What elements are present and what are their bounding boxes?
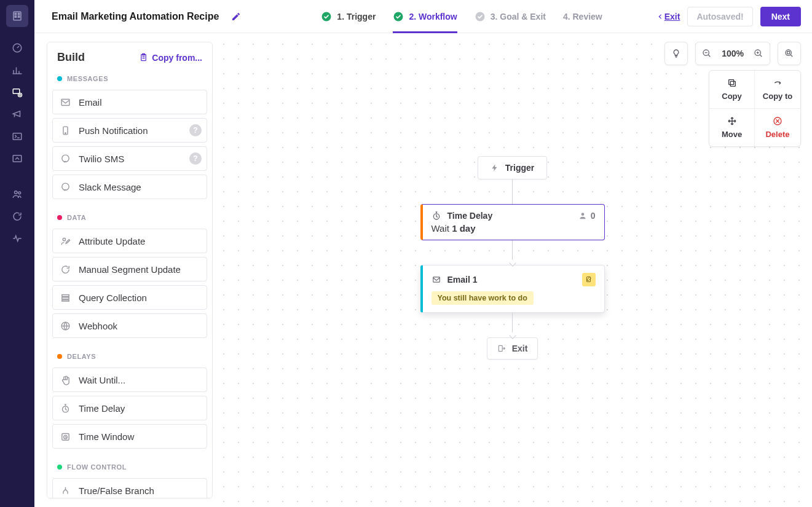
refresh-icon bbox=[60, 264, 71, 275]
nav-people[interactable] bbox=[5, 184, 30, 204]
section-header: DELAYS bbox=[52, 348, 207, 364]
top-bar: Email Marketing Automation Recipe 1. Tri… bbox=[34, 0, 812, 33]
workflow-canvas[interactable]: 100% Copy Copy to bbox=[213, 33, 812, 507]
email-node[interactable]: Email 1 You still have work to do bbox=[420, 265, 605, 313]
nav-sync[interactable] bbox=[5, 206, 30, 226]
block-wait-until-[interactable]: Wait Until... bbox=[52, 367, 207, 392]
step-trigger[interactable]: 1. Trigger bbox=[321, 1, 376, 33]
block-label: Twilio SMS bbox=[79, 154, 124, 164]
delete-node-button[interactable]: Delete bbox=[755, 109, 800, 146]
lightbulb-icon bbox=[671, 49, 681, 58]
stepper: 1. Trigger 2. Workflow 3. Goal & Exit 4.… bbox=[321, 1, 602, 33]
phone-icon bbox=[60, 125, 71, 136]
zoom-out-button[interactable] bbox=[696, 42, 718, 65]
block-true-false-branch[interactable]: True/False Branch bbox=[52, 478, 207, 498]
svg-point-22 bbox=[63, 238, 65, 240]
section-header: FLOW CONTROL bbox=[52, 458, 207, 474]
block-label: Attribute Update bbox=[79, 236, 145, 246]
zoom-in-icon bbox=[754, 49, 763, 58]
copy-from-button[interactable]: Copy from... bbox=[139, 53, 202, 63]
block-twilio-sms[interactable]: Twilio SMS? bbox=[52, 146, 207, 171]
svg-point-20 bbox=[61, 155, 68, 162]
svg-rect-38 bbox=[728, 80, 733, 85]
trigger-node[interactable]: Trigger bbox=[478, 156, 547, 179]
copy-node-button[interactable]: Copy bbox=[709, 71, 755, 109]
svg-rect-6 bbox=[13, 89, 20, 94]
help-icon[interactable]: ? bbox=[189, 124, 202, 136]
edit-title-button[interactable] bbox=[231, 12, 241, 22]
app-logo[interactable] bbox=[6, 5, 28, 27]
block-time-window[interactable]: Time Window bbox=[52, 424, 207, 449]
block-attribute-update[interactable]: Attribute Update bbox=[52, 229, 207, 253]
section-label: MESSAGES bbox=[67, 75, 108, 82]
clipboard-icon bbox=[139, 53, 148, 62]
move-icon bbox=[727, 116, 737, 126]
section-label: DELAYS bbox=[67, 353, 96, 360]
svg-rect-3 bbox=[15, 16, 16, 17]
nav-automation[interactable] bbox=[5, 82, 30, 102]
block-time-delay[interactable]: Time Delay bbox=[52, 396, 207, 420]
svg-rect-8 bbox=[13, 133, 22, 140]
svg-rect-37 bbox=[730, 81, 735, 86]
section-label: DATA bbox=[67, 214, 86, 221]
next-button[interactable]: Next bbox=[760, 7, 801, 26]
zoom-fit-icon bbox=[784, 49, 794, 58]
bolt-icon bbox=[491, 163, 499, 172]
nav-terminal[interactable] bbox=[5, 127, 30, 146]
nav-share[interactable] bbox=[5, 149, 30, 168]
help-icon[interactable]: ? bbox=[189, 152, 202, 165]
block-manual-segment-update[interactable]: Manual Segment Update bbox=[52, 257, 207, 281]
nav-campaigns[interactable] bbox=[5, 104, 30, 124]
step-goal-exit[interactable]: 3. Goal & Exit bbox=[475, 1, 546, 33]
recipe-title: Email Marketing Automation Recipe bbox=[52, 11, 219, 22]
check-circle-icon bbox=[321, 11, 332, 22]
person-icon bbox=[578, 211, 587, 220]
step-review[interactable]: 4. Review bbox=[563, 1, 602, 33]
time-delay-node[interactable]: Time Delay 0 Wait 1 day bbox=[420, 204, 605, 240]
zoom-in-button[interactable] bbox=[747, 42, 770, 65]
svg-point-41 bbox=[581, 213, 584, 216]
svg-rect-1 bbox=[15, 14, 16, 15]
copy-to-node-button[interactable]: Copy to bbox=[755, 71, 800, 109]
build-title: Build bbox=[57, 51, 85, 64]
circle-icon bbox=[475, 11, 486, 22]
svg-point-10 bbox=[15, 191, 18, 194]
block-email[interactable]: Email bbox=[52, 90, 207, 114]
svg-rect-36 bbox=[787, 52, 790, 54]
block-label: Webhook bbox=[79, 321, 117, 331]
svg-rect-9 bbox=[13, 155, 22, 162]
block-label: Time Window bbox=[79, 431, 134, 442]
svg-point-19 bbox=[65, 133, 65, 133]
chat-icon bbox=[60, 154, 71, 164]
block-webhook[interactable]: Webhook bbox=[52, 313, 207, 338]
move-node-button[interactable]: Move bbox=[709, 109, 755, 146]
nav-activity[interactable] bbox=[5, 229, 30, 248]
block-label: Time Delay bbox=[79, 403, 125, 414]
node-actions: Copy Copy to Move Delete bbox=[709, 70, 801, 147]
section-dot-icon bbox=[57, 354, 62, 359]
globe-icon bbox=[60, 321, 71, 331]
block-slack-message[interactable]: Slack Message bbox=[52, 175, 207, 199]
block-query-collection[interactable]: Query Collection bbox=[52, 285, 207, 310]
hint-button[interactable] bbox=[665, 42, 687, 65]
svg-point-21 bbox=[61, 183, 68, 190]
build-sidebar: Build Copy from... MESSAGESEmailPush Not… bbox=[34, 33, 213, 507]
draft-badge-icon bbox=[582, 273, 596, 286]
svg-rect-2 bbox=[18, 14, 20, 15]
svg-rect-4 bbox=[18, 16, 20, 17]
svg-point-35 bbox=[786, 50, 791, 55]
block-push-notification[interactable]: Push Notification? bbox=[52, 118, 207, 143]
exit-link[interactable]: Exit bbox=[657, 12, 680, 22]
nav-dashboard[interactable] bbox=[5, 38, 30, 58]
person-edit-icon bbox=[60, 236, 71, 246]
hand-icon bbox=[60, 375, 71, 385]
exit-node[interactable]: Exit bbox=[487, 337, 538, 360]
mail-icon bbox=[432, 275, 441, 284]
nav-analytics[interactable] bbox=[5, 60, 30, 80]
delay-description: Wait 1 day bbox=[432, 223, 596, 234]
step-workflow[interactable]: 2. Workflow bbox=[393, 1, 457, 33]
zoom-fit-button[interactable] bbox=[778, 42, 800, 65]
clock-icon bbox=[60, 431, 71, 442]
section-label: FLOW CONTROL bbox=[67, 463, 127, 471]
svg-rect-17 bbox=[61, 99, 69, 105]
